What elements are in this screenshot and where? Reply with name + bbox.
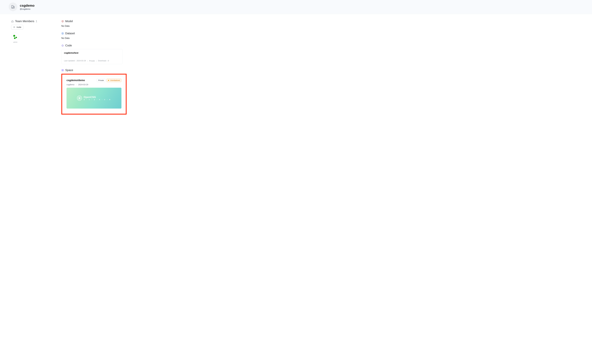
database-icon: [61, 32, 64, 35]
svg-rect-13: [63, 70, 64, 71]
code-updated-label: Last Updated：: [64, 60, 77, 62]
section-model: Model No Data: [61, 20, 187, 27]
member-avatar: [11, 32, 19, 40]
team-count: 1: [36, 20, 37, 23]
svg-rect-1: [13, 6, 14, 8]
svg-point-9: [62, 32, 63, 33]
invite-button[interactable]: Invite: [11, 25, 23, 30]
svg-rect-12: [62, 70, 62, 71]
home-icon: [11, 20, 14, 23]
banner-brand: OpenCSG: [84, 96, 111, 99]
space-date: 2024-03-29: [78, 84, 88, 86]
org-handle: @csgdemo: [20, 8, 34, 10]
space-sep: ·: [76, 84, 77, 86]
code-visibility: Private: [89, 60, 95, 62]
team-heading: Team Members 1: [11, 20, 53, 23]
dataset-empty: No Data: [61, 37, 187, 39]
banner-tagline: 算 / 先 / 进 / 用 / 传 / 神: [84, 99, 111, 100]
code-updated-date: 2024-03-29: [77, 60, 86, 62]
space-card-title: csgdemo/demo: [66, 79, 85, 82]
user-plus-icon: [13, 26, 15, 28]
svg-rect-0: [12, 6, 13, 8]
cube-icon: [61, 20, 64, 23]
code-download-count: 0: [108, 60, 109, 62]
code-card-meta: Last Updated：2024-03-29 | Private | Down…: [64, 59, 120, 62]
space-visibility-badge: Private: [97, 78, 105, 82]
member-name: admin: [13, 41, 17, 43]
code-label: Code: [65, 44, 72, 47]
invite-label: Invite: [17, 26, 21, 28]
main-content: Model No Data Dataset No Data: [61, 20, 187, 119]
space-card-subtitle: csgdemo · 2024-03-29: [66, 84, 121, 86]
svg-rect-10: [62, 69, 62, 70]
building-icon: [11, 5, 15, 9]
section-code: Code csgdemo/test Last Updated：2024-03-2…: [61, 44, 187, 64]
model-empty: No Data: [61, 25, 187, 27]
grid-icon: [61, 69, 64, 72]
org-header: csgdemo @csgdemo: [0, 0, 592, 14]
code-hex-icon: [61, 44, 64, 47]
code-card[interactable]: csgdemo/test Last Updated：2024-03-29 | P…: [61, 49, 123, 64]
team-heading-label: Team Members: [15, 20, 34, 23]
svg-point-6: [14, 26, 14, 27]
svg-rect-11: [63, 69, 64, 70]
code-card-title: csgdemo/test: [64, 52, 120, 54]
opencsg-logo-icon: [77, 96, 82, 101]
space-banner: OpenCSG 算 / 先 / 进 / 用 / 传 / 神: [66, 88, 121, 109]
space-status-badge: Uninitialized: [106, 78, 121, 82]
dataset-label: Dataset: [65, 32, 75, 35]
sidebar: Team Members 1 Invite admin: [11, 20, 53, 119]
space-highlight-frame: csgdemo/demo Private Uninitialized csgde…: [61, 74, 127, 115]
space-label: Space: [65, 69, 73, 72]
space-owner: csgdemo: [66, 84, 74, 86]
status-dot-icon: [108, 80, 109, 81]
section-dataset: Dataset No Data: [61, 32, 187, 39]
section-space: Space csgdemo/demo Private Uninitialized: [61, 69, 187, 115]
org-name: csgdemo: [20, 4, 34, 7]
space-card[interactable]: csgdemo/demo Private Uninitialized csgde…: [64, 76, 124, 111]
model-label: Model: [65, 20, 73, 23]
code-download-label: Download：: [98, 60, 108, 62]
space-status-text: Uninitialized: [110, 79, 120, 81]
member-item[interactable]: admin: [11, 32, 20, 43]
org-avatar: [9, 2, 17, 11]
